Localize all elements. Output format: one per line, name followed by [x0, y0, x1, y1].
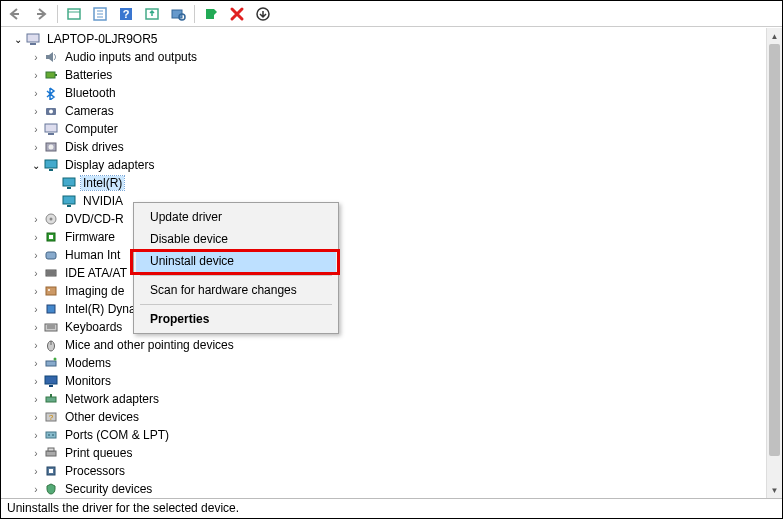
expand-arrow-icon[interactable]: › [29, 142, 43, 153]
category-label[interactable]: Modems [63, 356, 113, 370]
menu-properties[interactable]: Properties [136, 308, 336, 330]
expand-arrow-icon[interactable]: › [29, 430, 43, 441]
tree-root[interactable]: ⌄ LAPTOP-0LJR9OR5 [7, 30, 764, 48]
properties-button[interactable] [88, 3, 112, 25]
category-label[interactable]: Mice and other pointing devices [63, 338, 236, 352]
expand-arrow-icon[interactable]: › [29, 322, 43, 333]
enable-device-button[interactable] [199, 3, 223, 25]
category-label[interactable]: Firmware [63, 230, 117, 244]
expand-arrow-icon[interactable]: ⌄ [11, 34, 25, 45]
expand-arrow-icon[interactable]: › [29, 214, 43, 225]
tree-category[interactable]: ›Cameras [7, 102, 764, 120]
update-driver-button[interactable] [140, 3, 164, 25]
category-label[interactable]: Security devices [63, 482, 154, 496]
expand-arrow-icon[interactable]: › [29, 88, 43, 99]
tree-device[interactable]: Intel(R) [7, 174, 764, 192]
expand-arrow-icon[interactable]: › [29, 484, 43, 495]
menu-uninstall-device[interactable]: Uninstall device [136, 250, 336, 272]
tree-category[interactable]: ›Modems [7, 354, 764, 372]
category-label[interactable]: Display adapters [63, 158, 156, 172]
expand-arrow-icon[interactable]: › [29, 250, 43, 261]
expand-arrow-icon[interactable]: › [29, 358, 43, 369]
expand-arrow-icon[interactable]: › [29, 124, 43, 135]
scroll-up-button[interactable]: ▲ [767, 28, 782, 44]
tree-category[interactable]: ›IDE ATA/AT [7, 264, 764, 282]
svg-point-20 [49, 110, 53, 114]
expand-arrow-icon[interactable]: ⌄ [29, 160, 43, 171]
tree-category[interactable]: ›Network adapters [7, 390, 764, 408]
tree-category[interactable]: ›Ports (COM & LPT) [7, 426, 764, 444]
tree-category[interactable]: ⌄Display adapters [7, 156, 764, 174]
tree-category[interactable]: ›Batteries [7, 66, 764, 84]
expand-arrow-icon[interactable]: › [29, 52, 43, 63]
tree-category[interactable]: ›Imaging de [7, 282, 764, 300]
forward-button[interactable] [29, 3, 53, 25]
expand-arrow-icon[interactable]: › [29, 394, 43, 405]
category-label[interactable]: Bluetooth [63, 86, 118, 100]
expand-arrow-icon[interactable]: › [29, 106, 43, 117]
category-label[interactable]: Other devices [63, 410, 141, 424]
menu-separator [140, 275, 332, 276]
expand-arrow-icon[interactable]: › [29, 286, 43, 297]
tree-category[interactable]: ›Mice and other pointing devices [7, 336, 764, 354]
tree-category[interactable]: ›Keyboards [7, 318, 764, 336]
category-label[interactable]: Print queues [63, 446, 134, 460]
vertical-scrollbar[interactable]: ▲ ▼ [766, 28, 782, 498]
root-label[interactable]: LAPTOP-0LJR9OR5 [45, 32, 160, 46]
scroll-track[interactable] [767, 44, 782, 482]
category-label[interactable]: Disk drives [63, 140, 126, 154]
tree-category[interactable]: ›?Other devices [7, 408, 764, 426]
tree-category[interactable]: ›Print queues [7, 444, 764, 462]
expand-arrow-icon[interactable]: › [29, 268, 43, 279]
expand-arrow-icon[interactable]: › [29, 448, 43, 459]
menu-scan-hardware[interactable]: Scan for hardware changes [136, 279, 336, 301]
expand-arrow-icon[interactable]: › [29, 466, 43, 477]
scroll-down-button[interactable]: ▼ [767, 482, 782, 498]
category-label[interactable]: Batteries [63, 68, 114, 82]
menu-disable-device[interactable]: Disable device [136, 228, 336, 250]
more-actions-button[interactable] [251, 3, 275, 25]
svg-rect-17 [46, 72, 55, 78]
category-label[interactable]: DVD/CD-R [63, 212, 126, 226]
expand-arrow-icon[interactable]: › [29, 376, 43, 387]
category-label[interactable]: Human Int [63, 248, 122, 262]
tree-device[interactable]: NVIDIA [7, 192, 764, 210]
tree-category[interactable]: ›Disk drives [7, 138, 764, 156]
tree-category[interactable]: ›Human Int [7, 246, 764, 264]
help-button[interactable]: ? [114, 3, 138, 25]
category-label[interactable]: Network adapters [63, 392, 161, 406]
tree-category[interactable]: ›Security devices [7, 480, 764, 498]
tree-category[interactable]: ›Monitors [7, 372, 764, 390]
scan-hardware-button[interactable] [166, 3, 190, 25]
tree-category[interactable]: ›Computer [7, 120, 764, 138]
device-label[interactable]: NVIDIA [81, 194, 125, 208]
category-label[interactable]: Keyboards [63, 320, 124, 334]
tree-category[interactable]: ›Processors [7, 462, 764, 480]
category-label[interactable]: Cameras [63, 104, 116, 118]
svg-rect-0 [11, 13, 19, 15]
device-label[interactable]: Intel(R) [81, 176, 124, 190]
tree-category[interactable]: ›Audio inputs and outputs [7, 48, 764, 66]
tree-category[interactable]: ›Firmware [7, 228, 764, 246]
device-tree[interactable]: ⌄ LAPTOP-0LJR9OR5 ›Audio inputs and outp… [7, 30, 764, 498]
expand-arrow-icon[interactable]: › [29, 70, 43, 81]
show-hidden-button[interactable] [62, 3, 86, 25]
category-label[interactable]: Monitors [63, 374, 113, 388]
expand-arrow-icon[interactable]: › [29, 232, 43, 243]
category-label[interactable]: Audio inputs and outputs [63, 50, 199, 64]
tree-category[interactable]: ›Bluetooth [7, 84, 764, 102]
scroll-thumb[interactable] [769, 44, 780, 456]
category-label[interactable]: Ports (COM & LPT) [63, 428, 171, 442]
back-button[interactable] [3, 3, 27, 25]
category-label[interactable]: IDE ATA/AT [63, 266, 129, 280]
uninstall-device-button[interactable] [225, 3, 249, 25]
expand-arrow-icon[interactable]: › [29, 412, 43, 423]
category-label[interactable]: Computer [63, 122, 120, 136]
menu-update-driver[interactable]: Update driver [136, 206, 336, 228]
expand-arrow-icon[interactable]: › [29, 340, 43, 351]
tree-category[interactable]: ›DVD/CD-R [7, 210, 764, 228]
category-label[interactable]: Imaging de [63, 284, 126, 298]
tree-category[interactable]: ›Intel(R) Dynamic Platform and Thermal F… [7, 300, 764, 318]
category-label[interactable]: Processors [63, 464, 127, 478]
expand-arrow-icon[interactable]: › [29, 304, 43, 315]
